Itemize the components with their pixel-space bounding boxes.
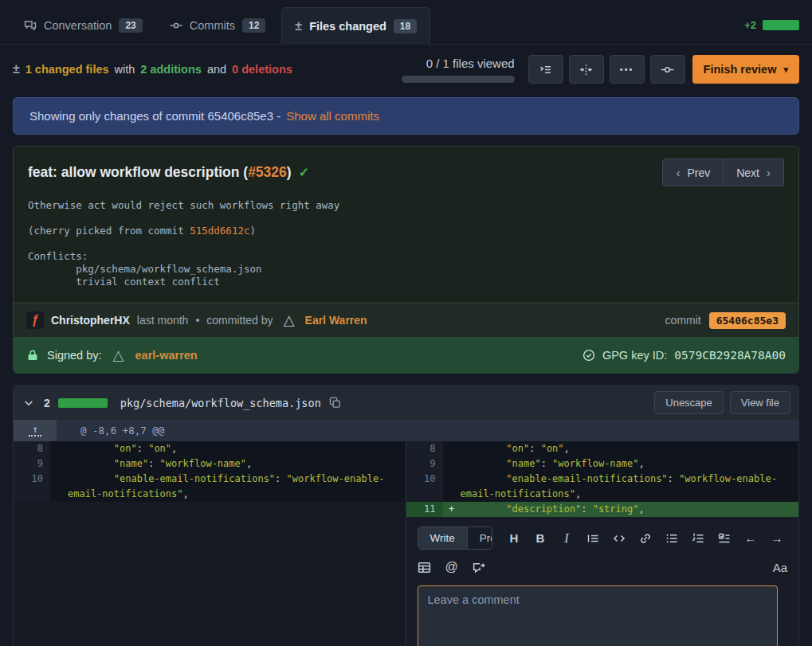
italic-icon[interactable]: I <box>559 531 574 546</box>
summary-text: with <box>115 63 135 76</box>
chevron-down-icon: ▾ <box>783 65 788 75</box>
toggle-file-tree-button[interactable] <box>528 55 563 84</box>
ci-success-icon[interactable]: ✓ <box>299 165 309 180</box>
heading-icon[interactable]: H <box>507 531 521 546</box>
diff-sign <box>50 456 68 472</box>
lock-icon <box>26 349 39 362</box>
tab-files-changed-label: Files changed <box>309 20 386 33</box>
committed-by-label: committed by <box>206 314 273 327</box>
diff-row: 10 "enable-email-notifications": "workfl… <box>406 472 799 502</box>
expand-hunk-button[interactable]: ↑ <box>14 420 57 441</box>
task-list-icon[interactable] <box>717 531 732 546</box>
diff-sign <box>50 472 68 502</box>
link-icon[interactable] <box>638 531 653 546</box>
diff-stat: +2 <box>744 19 799 44</box>
tab-commits[interactable]: Commits 12 <box>159 7 277 44</box>
verified-seal-icon <box>583 349 595 362</box>
numbered-list-icon[interactable] <box>691 531 705 546</box>
diff-row: 8 "on": "on", <box>406 441 799 456</box>
gpg-key-block: GPG key ID: 0579CB2928A78A00 <box>583 349 786 362</box>
code-icon[interactable] <box>612 531 626 546</box>
reference-icon[interactable] <box>472 560 486 574</box>
chevron-left-icon: ‹ <box>676 166 680 179</box>
diff-file-box: 2 pkg/schema/workflow_schema.json Unesca… <box>13 385 799 646</box>
signed-commit-row: Signed by: △ earl-warren GPG key ID: 057… <box>14 337 798 373</box>
tab-preview[interactable]: Preview <box>468 527 492 549</box>
issue-link[interactable]: #5326 <box>248 164 287 180</box>
tab-conversation[interactable]: Conversation 23 <box>13 7 154 44</box>
additions-text: 2 additions <box>140 63 202 76</box>
table-icon[interactable] <box>418 560 432 574</box>
line-number-new[interactable]: 8 <box>406 441 443 456</box>
diff-hunk-row: ↑ @ -8,6 +8,7 @@ <box>14 420 798 441</box>
committer-link[interactable]: Earl Warren <box>305 314 367 327</box>
formatting-icons: H B I <box>507 531 787 546</box>
diff-split-view-button[interactable] <box>569 55 604 84</box>
comment-input[interactable] <box>418 585 778 646</box>
chevron-right-icon: › <box>767 166 771 179</box>
diff-split-view: 8 "on": "on", 9 "name": "workflow-name",… <box>14 441 798 646</box>
avatar[interactable]: ƒ <box>26 311 44 329</box>
diff-icon: ± <box>295 19 302 33</box>
diff-row: 9 "name": "workflow-name", <box>14 456 406 472</box>
commit-title: feat: allow workflow description (#5326) <box>28 164 292 181</box>
file-additions-bar <box>58 398 108 408</box>
banner-text: Showing only changes of commit 65406c85e… <box>29 109 280 123</box>
code-line: "on": "on", <box>68 441 406 456</box>
line-number-old[interactable]: 9 <box>14 456 50 472</box>
text-size-icon[interactable]: Aa <box>773 561 787 574</box>
code-line: "name": "workflow-name", <box>461 456 799 472</box>
line-number-old[interactable]: 8 <box>14 441 50 456</box>
expand-up-icon: ↑ <box>29 425 41 437</box>
undo-icon[interactable]: ← <box>743 531 758 546</box>
tab-write[interactable]: Write <box>418 527 468 549</box>
files-viewed-label: 0 / 1 files viewed <box>426 57 515 70</box>
avatar[interactable]: △ <box>110 346 127 364</box>
line-number-new[interactable]: 10 <box>406 472 443 502</box>
hunk-header-text: @ -8,6 +8,7 @@ <box>57 420 172 441</box>
diff-icon: ± <box>13 62 20 76</box>
next-commit-button[interactable]: Next › <box>724 159 784 186</box>
diff-row: 10 "enable-email-notifications": "workfl… <box>14 472 406 502</box>
gpg-key-label: GPG key ID: <box>602 349 667 362</box>
changes-summary-row: ± 1 changed files with 2 additions and 0… <box>0 45 812 96</box>
diff-row-added: 11+ "description": "string", <box>406 502 799 517</box>
blockquote-icon[interactable] <box>586 531 600 546</box>
bullet-list-icon[interactable] <box>665 531 679 546</box>
column-split-icon <box>579 63 593 76</box>
show-all-commits-link[interactable]: Show all commits <box>286 109 379 123</box>
tab-files-changed[interactable]: ± Files changed 18 <box>281 7 430 45</box>
diff-row: 8 "on": "on", <box>14 441 406 456</box>
finish-review-label: Finish review <box>704 63 777 76</box>
line-number-old[interactable]: 10 <box>14 472 50 502</box>
bold-icon[interactable]: B <box>533 531 547 546</box>
diff-row: 9 "name": "workflow-name", <box>406 456 799 472</box>
file-actions: Unescape View file <box>654 391 790 414</box>
prev-commit-button[interactable]: ‹ Prev <box>662 159 724 186</box>
additions-stat-bar <box>763 20 799 30</box>
commit-sha-badge[interactable]: 65406c85e3 <box>709 312 786 329</box>
view-file-button[interactable]: View file <box>730 391 790 414</box>
line-number-new[interactable]: 11 <box>406 502 443 517</box>
diff-sign <box>443 472 461 502</box>
commit-box: feat: allow workflow description (#5326)… <box>13 146 799 374</box>
avatar[interactable]: △ <box>280 311 298 329</box>
tab-commits-label: Commits <box>190 19 235 32</box>
cherry-pick-commit-link[interactable]: 515dd6612c <box>190 225 249 237</box>
code-line: "on": "on", <box>461 441 799 456</box>
collapse-file-icon[interactable] <box>22 396 36 410</box>
line-number-new[interactable]: 9 <box>406 456 443 472</box>
signer-link[interactable]: earl-warren <box>135 349 198 362</box>
redo-icon[interactable]: → <box>770 531 784 546</box>
commit-options-button[interactable] <box>650 55 685 84</box>
author-link[interactable]: ChristopherHX <box>51 314 130 327</box>
additions-count: +2 <box>744 19 756 31</box>
unescape-button[interactable]: Unescape <box>654 391 724 414</box>
finish-review-button[interactable]: Finish review ▾ <box>692 55 799 84</box>
more-options-button[interactable]: ••• <box>610 55 645 84</box>
pr-tab-bar: Conversation 23 Commits 12 ± Files chang… <box>0 0 812 45</box>
copy-filename-icon[interactable] <box>329 397 341 409</box>
file-name: pkg/schema/workflow_schema.json <box>120 397 321 409</box>
changed-files-link[interactable]: 1 changed files <box>25 63 109 76</box>
mention-icon[interactable]: @ <box>445 560 459 574</box>
